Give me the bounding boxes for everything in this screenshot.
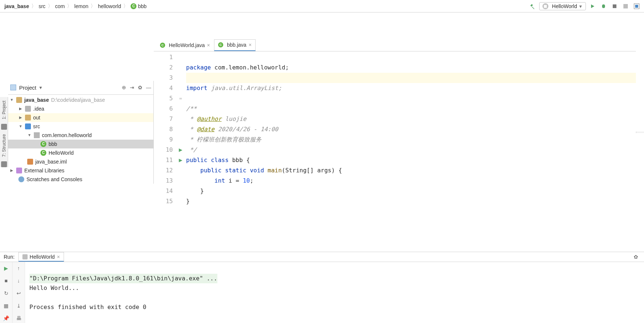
tree-iml[interactable]: java_base.iml [8,157,153,166]
run-config-icon: ▦ [542,3,548,9]
locate-icon[interactable]: ⊕ [122,85,126,90]
svg-rect-0 [623,4,628,8]
crumb-helloworld[interactable]: helloworld [96,3,122,9]
libraries-icon [16,168,22,173]
class-icon: C [40,150,46,156]
line-numbers: 123 456 789 101112 131415 [154,51,177,227]
close-icon[interactable]: × [207,42,210,48]
tree-idea[interactable]: ▶ .idea [8,104,153,113]
soft-wrap-icon[interactable]: ↩ [15,290,22,297]
scroll-to-end-icon[interactable]: ⤓ [15,302,22,309]
search-everywhere-icon[interactable] [632,2,641,11]
project-tree[interactable]: ▼ java_base D:\code\idea\java_base ▶ .id… [8,95,153,184]
layout-icon[interactable]: ▦ [3,302,10,309]
tool-project-tab[interactable]: 1: Project [1,98,7,122]
settings-icon[interactable]: ✿ [138,85,142,90]
scratches-icon [18,176,24,182]
rerun-icon[interactable]: ▶ [3,265,10,272]
class-icon: C [131,3,136,9]
crumb-lemon[interactable]: lemon [73,3,90,9]
src-folder-icon [25,123,31,129]
tree-out[interactable]: ▶ out [8,113,153,122]
close-icon[interactable]: × [249,42,252,48]
gutter-marks: ≔ ▶ ▶ [177,51,185,227]
tab-bbb[interactable]: C bbb.java × [214,39,256,51]
module-icon [16,97,22,103]
class-icon: C [160,43,165,48]
code-editor[interactable]: package com.lemon.helloworld; import jav… [185,51,636,227]
iml-icon [27,159,33,165]
restart-icon[interactable]: ↻ [3,290,10,297]
editor-tabs: C HelloWorld.java × C bbb.java × [154,37,636,51]
tool-structure-icon [1,161,7,167]
build-hammer-icon[interactable] [528,2,537,11]
project-view-title[interactable]: Project [19,85,36,91]
tool-project-icon [1,124,7,130]
run-tab-icon [22,254,28,259]
project-view-icon [10,85,16,90]
tree-helloworld[interactable]: C HelloWorld [8,148,153,157]
tab-helloworld[interactable]: C HelloWorld.java × [156,39,214,51]
run-tab-helloworld[interactable]: HelloWorld × [18,252,64,262]
coverage-button[interactable] [610,2,619,11]
run-panel-label: Run: [4,254,15,260]
folder-icon [25,106,31,112]
close-icon[interactable]: × [57,254,60,260]
crumb-bbb[interactable]: Cbbb [129,3,148,9]
tree-root[interactable]: ▼ java_base D:\code\idea\java_base [8,96,153,104]
print-icon[interactable]: 🖶 [15,315,22,322]
crumb-src[interactable]: src [37,3,47,9]
stop-button[interactable] [621,2,630,11]
chevron-down-icon[interactable]: ▾ [39,85,42,90]
run-settings-icon[interactable]: ✿ [631,252,640,261]
chevron-down-icon: ▾ [579,3,582,9]
tree-scratches[interactable]: Scratches and Consoles [8,175,153,184]
stop-icon[interactable]: ■ [3,277,10,284]
debug-button[interactable] [599,2,608,11]
folder-icon [25,115,31,121]
pin-icon[interactable]: 📌 [3,315,10,322]
package-icon [34,132,40,138]
crumb-com[interactable]: com [54,3,66,9]
tree-package[interactable]: ▼ com.lemon.helloworld [8,131,153,140]
fold-icon[interactable]: ≔ [177,93,185,104]
scroll-down-icon[interactable]: ↓ [15,277,22,284]
tree-bbb[interactable]: C bbb [8,140,153,148]
tool-structure-tab[interactable]: 7: Structure [1,132,7,159]
tree-src[interactable]: ▼ src [8,122,153,131]
run-config-label: HelloWorld [552,3,577,9]
breadcrumb: java_base〉 src〉 com〉 lemon〉 helloworld〉 … [3,3,148,10]
console-output[interactable]: "D:\Program Files\Java\jdk1.8.0_161\bin\… [25,262,644,323]
class-icon: C [40,141,46,147]
collapse-icon[interactable]: ⇥ [130,85,134,90]
hide-icon[interactable]: — [146,85,151,90]
crumb-java_base[interactable]: java_base [3,3,31,9]
run-config-selector[interactable]: ▦ HelloWorld ▾ [539,2,586,10]
scroll-up-icon[interactable]: ↑ [15,265,22,272]
run-line-icon[interactable]: ▶ [177,155,185,165]
tree-external-libs[interactable]: ▶ External Libraries [8,166,153,175]
run-button[interactable] [588,2,597,11]
class-icon: C [218,42,223,47]
svg-rect-2 [635,5,638,8]
run-line-icon[interactable]: ▶ [177,145,185,155]
